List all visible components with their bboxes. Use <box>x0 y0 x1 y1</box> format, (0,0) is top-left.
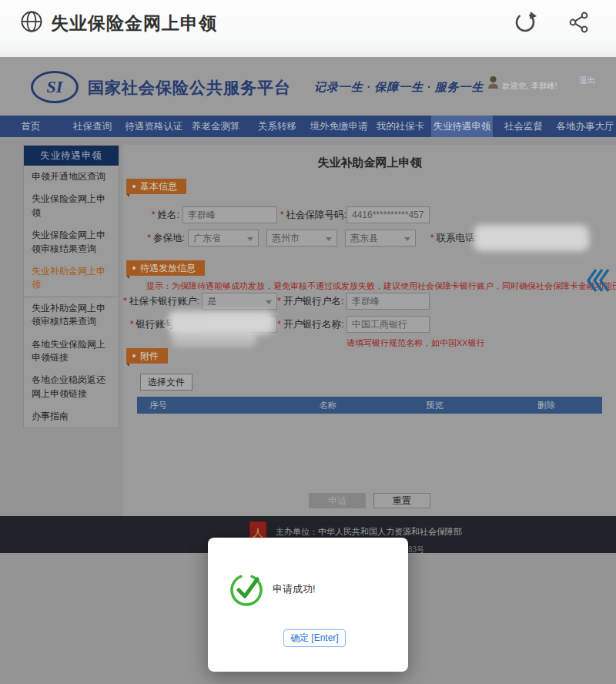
nav-item-pension-calc[interactable]: 养老金测算 <box>185 116 246 137</box>
payment-hint: 提示：为保障待遇能够成功发放，避免审核不通过或发放失败，建议使用社会保障卡银行账… <box>146 280 616 292</box>
col-delete: 删除 <box>490 397 602 414</box>
col-name: 名称 <box>276 397 379 414</box>
svg-text:人: 人 <box>253 527 263 538</box>
form-row-name-ssn: *姓名: *社会保障号码: <box>123 206 616 223</box>
attachment-table-header: 序号 名称 预览 删除 <box>137 397 602 414</box>
slogan: 记录一生 · 保障一生 · 服务一生 <box>314 80 484 95</box>
ssn-label: *社会保障号码: <box>262 206 346 223</box>
col-index: 序号 <box>137 397 276 414</box>
organizer-text: 主办单位：中华人民共和国人力资源和社会保障部 <box>276 526 462 538</box>
chevron-down-icon <box>404 237 410 241</box>
sidebar-item-open-regions[interactable]: 申领开通地区查询 <box>24 166 119 188</box>
si-logo-icon: SI <box>31 71 79 103</box>
success-message: 申请成功! <box>273 582 316 596</box>
sidebar-item-subsidy-apply[interactable]: 失业补助金网上申领 <box>24 260 119 297</box>
nav-item-eligibility[interactable]: 待遇资格认证 <box>123 116 185 137</box>
ssn-input[interactable] <box>346 206 430 223</box>
form-row-bankaccount-holder: *社保卡银行账户: 是 *开户银行户名: <box>123 293 616 310</box>
phone-label: *联系电话: <box>424 230 477 246</box>
chevron-down-icon <box>326 237 332 241</box>
globe-icon <box>20 10 43 33</box>
nav-item-shebao-query[interactable]: 社保查询 <box>62 116 123 137</box>
collapse-chevrons-icon[interactable] <box>585 267 610 294</box>
redacted-phone-blur <box>474 225 589 251</box>
attachment-table: 序号 名称 预览 删除 <box>137 397 602 414</box>
choose-file-button[interactable]: 选择文件 <box>140 374 192 391</box>
form-title: 失业补助金网上申领 <box>123 156 616 170</box>
nav-item-home[interactable]: 首页 <box>0 116 62 137</box>
nav-item-unemployment-benefit[interactable]: 失业待遇申领 <box>431 116 493 137</box>
form-actions: 申请 重置 <box>123 493 616 508</box>
sidebar-item-local-links[interactable]: 各地失业保险网上申领链接 <box>24 334 119 370</box>
nav-item-transfer[interactable]: 关系转移 <box>246 116 308 137</box>
form-panel: 失业补助金网上申领 基本信息 *姓名: *社会保障号码: *参保地: 广东省 惠… <box>123 145 616 516</box>
platform-name: 国家社会保险公共服务平台 <box>88 77 291 99</box>
share-icon[interactable] <box>567 10 591 35</box>
col-preview: 预览 <box>379 397 490 414</box>
sidebar-item-insurance-result[interactable]: 失业保险金网上申领审核结果查询 <box>24 224 119 260</box>
nav-item-overseas[interactable]: 境外免缴申请 <box>308 116 370 137</box>
page-title: 失业保险金网上申领 <box>51 12 217 35</box>
welcome-text: 欢迎您, 李群峰! <box>502 81 557 92</box>
app-top-bar: 失业保险金网上申领 <box>0 0 616 57</box>
sscard-bank-select[interactable]: 是 <box>202 293 277 310</box>
reset-button[interactable]: 重置 <box>373 493 430 508</box>
province-select[interactable]: 广东省 <box>188 230 259 246</box>
insured-place-label: *参保地: <box>126 230 185 246</box>
sidebar-item-insurance-apply[interactable]: 失业保险金网上申领 <box>24 188 119 224</box>
nav-item-local-halls[interactable]: 各地办事大厅 <box>554 116 616 137</box>
chevron-down-icon <box>266 300 272 304</box>
site-header: SI 国家社会保险公共服务平台 记录一生 · 保障一生 · 服务一生 欢迎您, … <box>0 57 616 116</box>
main-nav: 首页 社保查询 待遇资格认证 养老金测算 关系转移 境外免缴申请 我的社保卡 失… <box>0 116 616 137</box>
sidebar: 失业待遇申领 申领开通地区查询 失业保险金网上申领 失业保险金网上申领审核结果查… <box>23 145 119 428</box>
name-label: *姓名: <box>130 206 179 223</box>
bank-name-input[interactable] <box>346 316 430 333</box>
section-attachment: 附件 <box>126 348 168 364</box>
redacted-bank-number-blur-tail <box>171 330 257 347</box>
city-select[interactable]: 惠州市 <box>266 230 337 246</box>
account-holder-input[interactable] <box>346 293 430 310</box>
screen: 失业保险金网上申领 SI 国家社会保险公共服务平台 记录一生 · 保障一生 · … <box>0 0 616 684</box>
logout-link[interactable]: 退出 <box>579 75 595 86</box>
section-basic-info: 基本信息 <box>126 179 186 194</box>
chevron-down-icon <box>247 237 253 241</box>
sidebar-item-subsidy-result[interactable]: 失业补助金网上申领审核结果查询 <box>24 297 119 334</box>
sidebar-item-guide[interactable]: 办事指南 <box>24 405 119 428</box>
sidebar-title: 失业待遇申领 <box>24 146 119 166</box>
account-holder-label: *开户银行户名: <box>277 293 343 310</box>
refresh-icon[interactable] <box>513 10 537 35</box>
bank-name-label: *开户银行名称: <box>277 316 343 333</box>
confirm-button[interactable]: 确定 [Enter] <box>283 629 346 647</box>
apply-button[interactable]: 申请 <box>309 493 366 508</box>
nav-item-my-card[interactable]: 我的社保卡 <box>370 116 431 137</box>
success-check-icon <box>228 570 266 609</box>
icp-fragment: 83号 <box>408 545 424 555</box>
county-select[interactable]: 惠东县 <box>345 230 416 246</box>
success-dialog: 申请成功! 确定 [Enter] <box>208 538 408 672</box>
sidebar-item-enterprise-links[interactable]: 各地企业稳岗返还网上申领链接 <box>24 369 119 405</box>
sscard-bank-label: *社保卡银行账户: <box>123 293 199 310</box>
avatar <box>487 75 499 89</box>
bank-name-note: 请填写银行规范名称，如中国XX银行 <box>346 337 485 349</box>
section-payment-info: 待遇发放信息 <box>126 260 205 276</box>
nav-item-supervision[interactable]: 社会监督 <box>493 116 554 137</box>
